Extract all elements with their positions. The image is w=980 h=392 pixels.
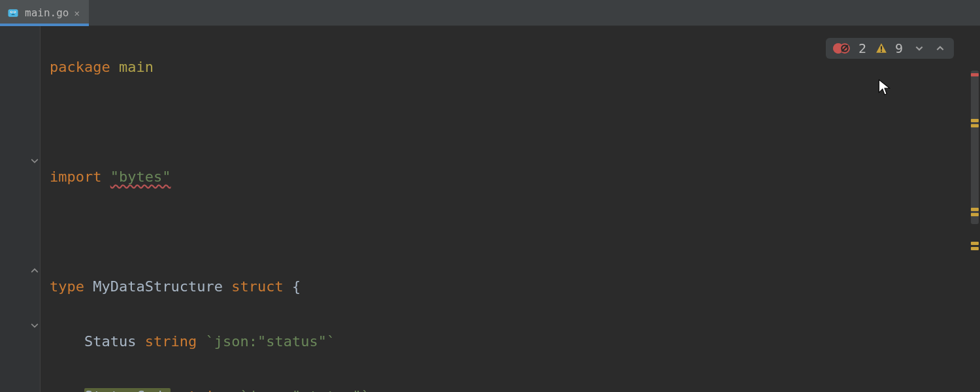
keyword-type: type: [50, 278, 84, 295]
warning-count: 9: [895, 41, 903, 56]
fold-handle-icon[interactable]: [31, 266, 39, 274]
code-area[interactable]: package main import "bytes" type MyDataS…: [41, 26, 970, 392]
svg-rect-0: [8, 9, 18, 17]
brace-open: {: [292, 278, 301, 295]
prev-highlight-icon[interactable]: [933, 41, 947, 56]
keyword-struct: struct: [231, 278, 283, 295]
error-count: 2: [858, 41, 866, 56]
warning-stripe-marker[interactable]: [971, 124, 979, 127]
struct-tag: `json:"status"`: [205, 333, 335, 350]
inspections-widget[interactable]: 2 9: [826, 38, 954, 59]
warning-stripe-marker[interactable]: [971, 119, 979, 122]
warning-stripe-marker[interactable]: [971, 208, 979, 211]
editor-tabbar: main.go ✕: [0, 0, 980, 26]
scrollbar-thumb[interactable]: [971, 71, 979, 224]
editor-gutter: [0, 26, 41, 392]
error-stripe-marker[interactable]: [971, 73, 979, 76]
field-type: string: [145, 333, 197, 350]
code-editor[interactable]: package main import "bytes" type MyDataS…: [0, 26, 980, 392]
keyword-import: import: [50, 169, 101, 185]
type-name: MyDataStructure: [93, 278, 223, 295]
svg-rect-14: [881, 46, 882, 50]
error-icon: [839, 42, 851, 54]
warning-stripe-marker[interactable]: [971, 213, 979, 216]
close-tab-icon[interactable]: ✕: [74, 8, 79, 18]
svg-point-3: [11, 11, 12, 12]
struct-tag: `json:"status"`: [240, 388, 370, 392]
field-type: string: [180, 388, 231, 392]
svg-point-4: [14, 11, 16, 12]
svg-rect-5: [12, 14, 15, 14]
file-tab-label: main.go: [25, 7, 69, 19]
keyword-package: package: [50, 59, 110, 75]
warning-stripe-marker[interactable]: [971, 247, 979, 250]
warning-icon: [875, 42, 887, 54]
next-highlight-icon[interactable]: [912, 41, 926, 56]
import-path: "bytes": [110, 169, 171, 185]
svg-rect-15: [881, 50, 882, 52]
go-file-icon: [7, 7, 20, 20]
warning-stripe-marker[interactable]: [971, 242, 979, 245]
error-stripe[interactable]: [970, 26, 980, 392]
field-name: StatusCode: [84, 388, 171, 392]
package-name: main: [119, 59, 154, 75]
fold-handle-icon[interactable]: [31, 321, 39, 329]
file-tab-main-go[interactable]: main.go ✕: [0, 0, 89, 25]
field-name: Status: [84, 333, 136, 350]
fold-handle-icon[interactable]: [31, 156, 39, 164]
